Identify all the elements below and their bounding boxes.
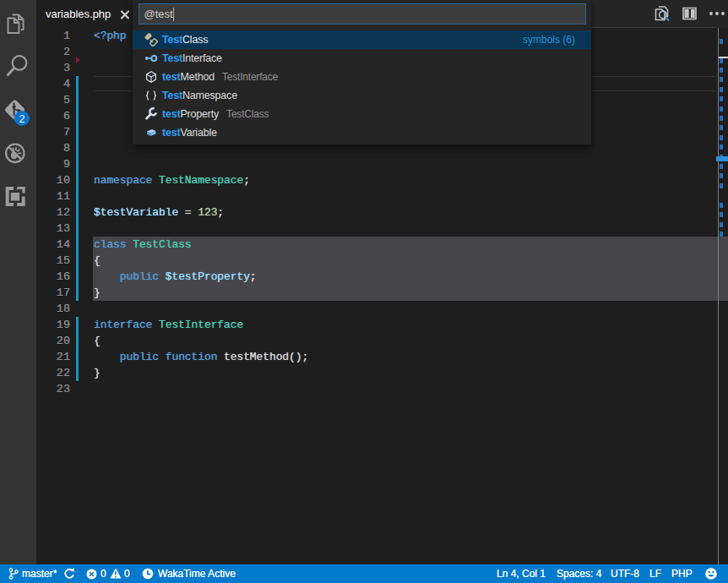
svg-text:2: 2 xyxy=(19,113,25,125)
